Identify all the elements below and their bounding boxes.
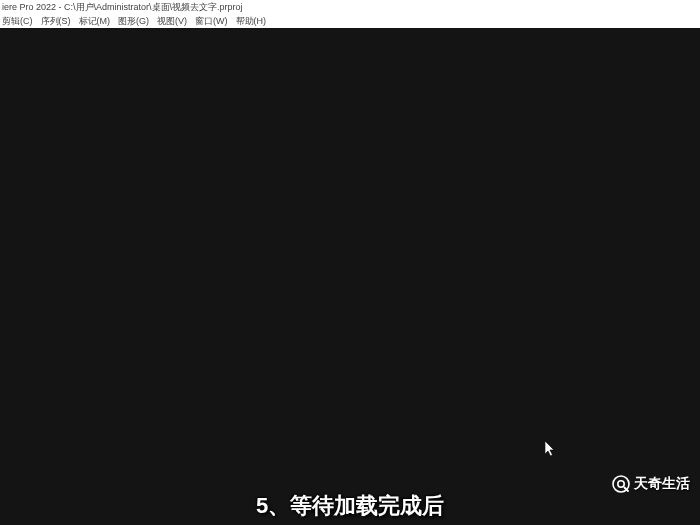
subtitle-caption: 5、等待加载完成后	[256, 491, 444, 521]
menu-window[interactable]: 窗口(W)	[195, 14, 228, 28]
menu-help[interactable]: 帮助(H)	[236, 14, 267, 28]
watermark: 天奇生活	[612, 475, 690, 493]
window-title: iere Pro 2022 - C:\用户\Administrator\桌面\视…	[2, 2, 243, 12]
subtitle-text: 5、等待加载完成后	[256, 493, 444, 518]
title-bar: iere Pro 2022 - C:\用户\Administrator\桌面\视…	[0, 0, 700, 14]
menu-bar: 剪辑(C) 序列(S) 标记(M) 图形(G) 视图(V) 窗口(W) 帮助(H…	[0, 14, 700, 28]
menu-clip[interactable]: 剪辑(C)	[2, 14, 33, 28]
menu-marker[interactable]: 标记(M)	[79, 14, 111, 28]
app-window: iere Pro 2022 - C:\用户\Administrator\桌面\视…	[0, 0, 700, 525]
menu-view[interactable]: 视图(V)	[157, 14, 187, 28]
menu-graphics[interactable]: 图形(G)	[118, 14, 149, 28]
watermark-logo-icon	[612, 475, 630, 493]
mouse-cursor-icon	[545, 441, 557, 459]
editor-canvas[interactable]: 天奇生活 5、等待加载完成后	[0, 28, 700, 525]
watermark-text: 天奇生活	[634, 475, 690, 493]
svg-point-1	[618, 481, 624, 487]
menu-sequence[interactable]: 序列(S)	[41, 14, 71, 28]
